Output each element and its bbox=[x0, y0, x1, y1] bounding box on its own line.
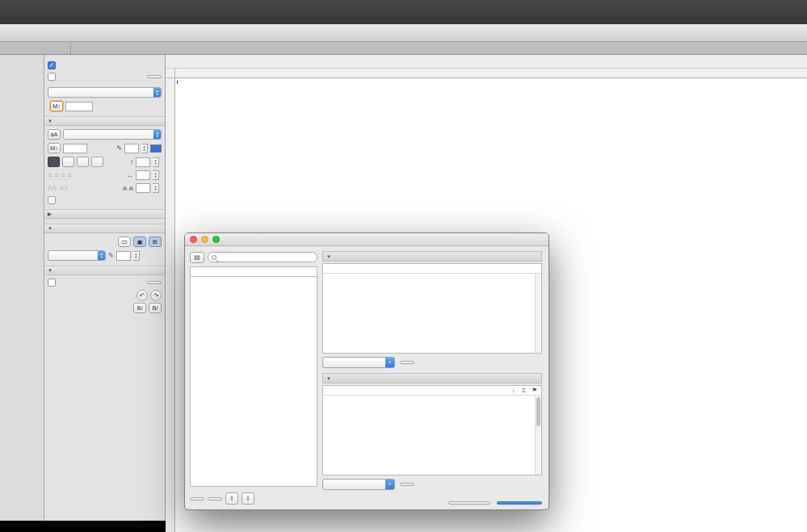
delete-scheme-button[interactable] bbox=[208, 497, 222, 501]
criteria-table-header bbox=[323, 264, 541, 274]
ok-button[interactable] bbox=[497, 501, 542, 505]
add-fields-button[interactable]: ▼ bbox=[322, 479, 395, 490]
zoom-button[interactable] bbox=[212, 236, 220, 243]
dialog-titlebar[interactable] bbox=[185, 233, 549, 246]
border-all-button[interactable]: ⊞ bbox=[149, 237, 162, 247]
align-center-icon[interactable]: ≡ bbox=[54, 171, 58, 179]
dropdown-icon: ▼ bbox=[385, 358, 394, 367]
fields-table: ↓ Σ ⚑ bbox=[322, 385, 542, 475]
border-section-header[interactable]: ▼ bbox=[44, 224, 165, 233]
store-format-button[interactable]: B/ bbox=[133, 303, 146, 313]
show-headline-checkbox[interactable] bbox=[48, 73, 56, 81]
scheme-list bbox=[190, 277, 317, 487]
tool-palette bbox=[0, 55, 44, 521]
select-arrows-icon: ▲▼ bbox=[153, 88, 161, 97]
width-factor-icon: A·A bbox=[123, 185, 133, 192]
print-footer-section-header[interactable]: ▼ bbox=[44, 266, 165, 275]
scrollbar-thumb[interactable] bbox=[536, 397, 540, 426]
criteria-panel-header[interactable]: ▼ bbox=[322, 251, 542, 262]
apply-format-select[interactable]: ▲▼ bbox=[48, 87, 162, 98]
minimize-button[interactable] bbox=[201, 236, 208, 243]
export-scheme-button[interactable]: ⇩ bbox=[242, 492, 254, 505]
headline-edit-button[interactable] bbox=[147, 75, 162, 78]
row-height-mode-icon[interactable]: M↕ bbox=[50, 101, 63, 111]
char-spacing-input[interactable] bbox=[136, 170, 150, 180]
border-line-row: ▲▼ ✎ ▲▼ bbox=[48, 250, 162, 261]
char-spacing-stepper[interactable]: ▲▼ bbox=[153, 170, 159, 180]
font-select[interactable]: ▲▼ bbox=[63, 129, 162, 140]
close-button[interactable] bbox=[190, 236, 197, 243]
dialog-footer bbox=[448, 501, 542, 505]
bold-button[interactable] bbox=[48, 157, 60, 167]
enable-footer-checkbox[interactable] bbox=[48, 279, 56, 287]
screen: ✓ ▲▼ M↕ ▼ aA bbox=[0, 0, 807, 532]
redo-format-button[interactable]: ↷ bbox=[150, 290, 162, 301]
font-style-row: ↕ ▲▼ bbox=[48, 157, 162, 167]
undo-format-button[interactable]: ↶ bbox=[137, 290, 148, 301]
font-height-icon[interactable]: M↕ bbox=[48, 143, 61, 153]
border-none-button[interactable]: ▭ bbox=[118, 237, 131, 247]
merge-uniform-checkbox[interactable]: ✓ bbox=[48, 61, 56, 69]
sort-column-icon[interactable]: ↓ bbox=[508, 387, 519, 394]
list-options-button[interactable]: ▤ bbox=[190, 252, 204, 263]
schedule-preview bbox=[177, 81, 180, 84]
underline-button[interactable] bbox=[77, 157, 89, 167]
line-spacing-stepper[interactable]: ▲▼ bbox=[153, 157, 159, 167]
align-left-icon[interactable]: ≡ bbox=[48, 171, 52, 179]
pen-icon: ✎ bbox=[116, 145, 122, 152]
border-pen-stepper[interactable]: ▲▼ bbox=[133, 251, 140, 261]
fields-scrollbar[interactable] bbox=[535, 396, 541, 475]
border-outline-button[interactable]: ▣ bbox=[133, 237, 146, 247]
footer-edit-button[interactable] bbox=[147, 281, 162, 284]
pen-color-swatch[interactable] bbox=[150, 145, 162, 153]
search-row: ▤ bbox=[190, 251, 317, 263]
align-justify-icon[interactable]: ≡ bbox=[68, 171, 72, 179]
font-row: aA ▲▼ bbox=[48, 129, 162, 140]
alignment-row: ≡ ≡ ≡ ≡ ↔ ▲▼ bbox=[48, 170, 162, 180]
scheme-settings-dialog: ▤ ⇧ ⇩ ▼ bbox=[184, 232, 549, 510]
align-right-icon[interactable]: ≡ bbox=[61, 171, 65, 179]
horizontal-ruler[interactable] bbox=[175, 69, 807, 78]
cancel-button[interactable] bbox=[448, 501, 490, 505]
pen-stepper[interactable]: ▲▼ bbox=[141, 144, 148, 153]
width-factor-stepper[interactable]: ▲▼ bbox=[153, 183, 159, 193]
settings-panel: ✓ ▲▼ M↕ ▼ aA bbox=[44, 55, 166, 521]
scheme-list-header bbox=[190, 266, 317, 277]
criteria-scrollbar[interactable] bbox=[535, 274, 541, 353]
width-factor-input[interactable] bbox=[136, 183, 150, 193]
line-type-select[interactable]: ▲▼ bbox=[48, 250, 106, 261]
italic-button[interactable] bbox=[62, 157, 74, 167]
fields-panel-header[interactable]: ▼ bbox=[322, 373, 542, 383]
scale-row: A˄ A˅ A·A ▲▼ bbox=[48, 183, 162, 193]
pen-number-input[interactable] bbox=[124, 144, 139, 153]
disclosure-icon: ▼ bbox=[48, 119, 53, 124]
show-headline-row bbox=[48, 73, 162, 81]
flag-column-icon[interactable]: ⚑ bbox=[529, 387, 540, 394]
border-pen-input[interactable] bbox=[116, 251, 131, 261]
wrap-text-checkbox[interactable] bbox=[48, 196, 56, 204]
search-input[interactable] bbox=[208, 252, 317, 262]
criteria-table bbox=[322, 263, 542, 354]
subscript-icon[interactable]: A˅ bbox=[59, 184, 68, 192]
font-favorites-icon[interactable]: aA bbox=[48, 129, 61, 140]
apply-format-select-row: ▲▼ bbox=[48, 87, 162, 98]
wrap-text-row bbox=[48, 196, 162, 204]
preview-section-header[interactable]: ▶ bbox=[44, 209, 165, 219]
char-spacing-icon: ↔ bbox=[127, 172, 133, 179]
font-size-input[interactable] bbox=[63, 144, 87, 153]
sum-column-icon[interactable]: Σ bbox=[519, 387, 529, 394]
scheme-list-buttons: ⇧ ⇩ bbox=[190, 492, 254, 505]
strikethrough-button[interactable] bbox=[91, 157, 103, 167]
add-criteria-button[interactable]: ▼ bbox=[322, 357, 395, 368]
vertical-ruler[interactable] bbox=[166, 78, 175, 532]
clear-format-button[interactable]: B/ bbox=[149, 303, 162, 313]
remove-criteria-button[interactable] bbox=[400, 361, 414, 364]
enable-footer-row bbox=[48, 279, 162, 287]
remove-field-button[interactable] bbox=[400, 483, 414, 486]
row-heights-input[interactable] bbox=[65, 102, 93, 111]
import-scheme-button[interactable]: ⇧ bbox=[225, 492, 238, 505]
text-style-section-header[interactable]: ▼ bbox=[44, 116, 165, 126]
new-scheme-button[interactable] bbox=[190, 497, 204, 501]
superscript-icon[interactable]: A˄ bbox=[48, 184, 57, 192]
line-spacing-input[interactable] bbox=[136, 157, 150, 167]
